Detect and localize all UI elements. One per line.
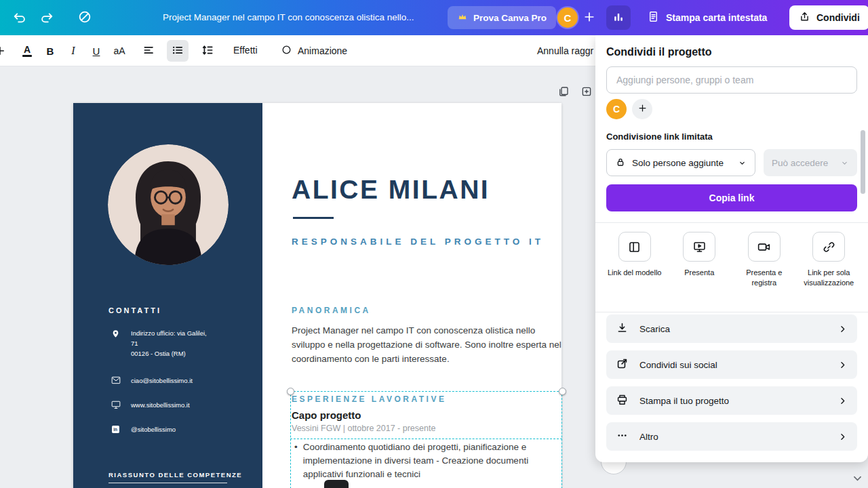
font-color-button[interactable]: A: [16, 40, 38, 62]
avatar-letter: C: [564, 12, 572, 24]
overview-heading[interactable]: PANORAMICA: [292, 306, 371, 315]
present-icon: [683, 232, 715, 262]
link-sharing-label: Condivisione link limitata: [606, 131, 713, 142]
design-title[interactable]: Project Manager nel campo IT con conosce…: [163, 12, 414, 22]
share-avatar-letter: C: [613, 104, 620, 115]
animation-button[interactable]: Animazione: [281, 40, 347, 62]
insights-button[interactable]: [606, 5, 631, 30]
user-avatar[interactable]: C: [557, 7, 578, 28]
add-page-button[interactable]: [579, 85, 594, 100]
link-access-value: Solo persone aggiunte: [632, 158, 724, 168]
link-permission-value: Può accedere: [772, 158, 828, 168]
resume-role[interactable]: RESPONSABILE DEL PROGETTO IT: [292, 237, 544, 247]
add-people-button[interactable]: [580, 9, 598, 26]
share-panel: Condividi il progetto C Condivisione lin…: [595, 35, 868, 462]
chevron-right-icon: [837, 324, 848, 334]
template-link-icon: [618, 232, 651, 262]
contact-address[interactable]: Indirizzo ufficio: via Galilei, 71 00126…: [111, 328, 207, 359]
quick-actions-row: Link del modello Presenta Presenta e reg…: [602, 232, 861, 287]
page-indicator-partial[interactable]: [324, 480, 349, 488]
duplicate-page-button[interactable]: [556, 85, 571, 100]
panel-scrollbar-thumb[interactable]: [861, 130, 865, 194]
job-bullet[interactable]: • Coordinamento quotidiano dei progetti,…: [294, 441, 556, 481]
panel-divider: [595, 222, 868, 223]
top-bar: Project Manager nel campo IT con conosce…: [0, 0, 868, 35]
letterhead-icon: [647, 10, 660, 25]
undo-button[interactable]: [9, 7, 30, 28]
resume-name[interactable]: ALICE MILANI: [292, 175, 490, 205]
email-icon: [111, 375, 121, 387]
clipped-icon: [0, 45, 6, 60]
download-icon: [616, 321, 629, 336]
contact-address-text: Indirizzo ufficio: via Galilei, 71 00126…: [131, 328, 207, 359]
job-bullet-text: Coordinamento quotidiano dei progetti, p…: [303, 441, 556, 481]
ungroup-button[interactable]: Annulla raggr: [537, 45, 593, 56]
contacts-heading[interactable]: CONTATTI: [108, 306, 161, 314]
alignment-button[interactable]: [138, 40, 160, 62]
print-icon: [616, 393, 629, 408]
italic-button[interactable]: I: [62, 40, 84, 62]
share-people-input[interactable]: [606, 66, 857, 94]
bullet-marker: •: [294, 441, 298, 481]
chevron-down-icon: [738, 159, 747, 167]
chevron-right-icon: [837, 360, 848, 370]
animation-icon: [281, 44, 292, 58]
linkedin-icon: in: [111, 424, 121, 436]
more-row[interactable]: Altro: [606, 422, 857, 451]
contact-email[interactable]: ciao@sitobellissimo.it: [111, 375, 193, 387]
sync-status-button[interactable]: [75, 7, 95, 28]
link-access-dropdown[interactable]: Solo persone aggiunte: [606, 149, 755, 176]
share-social-row[interactable]: Condividi sui social: [606, 350, 857, 379]
selection-handle-top-right[interactable]: [559, 388, 566, 395]
contact-linkedin[interactable]: in @sitobellissimo: [111, 424, 176, 436]
contact-website[interactable]: www.sitobellissimo.it: [111, 400, 190, 412]
profile-photo[interactable]: [108, 144, 229, 265]
copy-link-button[interactable]: Copia link: [606, 184, 857, 211]
canva-editor: Project Manager nel campo IT con conosce…: [0, 0, 868, 488]
contact-email-text: ciao@sitobellissimo.it: [131, 375, 193, 387]
job-title[interactable]: Capo progetto: [292, 409, 361, 421]
quick-action-template-link[interactable]: Link del modello: [602, 232, 667, 287]
try-pro-button[interactable]: Prova Canva Pro: [448, 6, 556, 29]
share-button[interactable]: Condividi: [789, 5, 868, 30]
undo-icon: [12, 9, 27, 26]
bold-button[interactable]: B: [39, 40, 61, 62]
canvas-scroll-down-arrow[interactable]: [852, 473, 863, 484]
quick-action-view-only-link[interactable]: Link per sola visualizzazione: [797, 232, 862, 287]
try-pro-label: Prova Canva Pro: [473, 13, 547, 23]
download-row[interactable]: Scarica: [606, 314, 857, 343]
skills-heading[interactable]: RIASSUNTO DELLE COMPETENZE: [108, 471, 242, 479]
resume-page[interactable]: CONTATTI Indirizzo ufficio: via Galilei,…: [73, 103, 561, 488]
chevron-right-icon: [837, 396, 848, 406]
bulleted-list-icon: [171, 43, 184, 59]
overview-paragraph[interactable]: Project Manager nel campo IT con conosce…: [292, 323, 563, 366]
website-icon: [111, 400, 121, 412]
print-project-row[interactable]: Stampa il tuo progetto: [606, 386, 857, 415]
more-dots-icon: [616, 429, 629, 444]
share-avatar[interactable]: C: [606, 99, 627, 119]
list-button-active[interactable]: [167, 40, 189, 62]
redo-icon: [39, 9, 54, 26]
job-meta[interactable]: Vessini FGW | ottobre 2017 - presente: [292, 424, 435, 433]
redo-button[interactable]: [37, 7, 57, 28]
svg-text:in: in: [113, 427, 117, 432]
print-letterhead-button[interactable]: Stampa carta intestata: [640, 5, 774, 30]
font-color-swatch: [22, 55, 32, 57]
chevron-down-icon: [840, 159, 849, 167]
align-left-icon: [142, 43, 156, 59]
link-permission-dropdown-disabled[interactable]: Può accedere: [764, 149, 857, 176]
insights-icon: [612, 10, 625, 26]
underline-button[interactable]: U: [85, 40, 107, 62]
selection-handle-top-left[interactable]: [287, 388, 294, 395]
resume-sidebar: CONTATTI Indirizzo ufficio: via Galilei,…: [73, 103, 262, 488]
line-spacing-button[interactable]: [197, 40, 218, 62]
effects-button[interactable]: Effetti: [233, 45, 258, 56]
quick-action-present[interactable]: Presenta: [667, 232, 732, 287]
social-share-icon: [616, 357, 629, 372]
share-add-person-button[interactable]: [632, 99, 652, 119]
quick-action-present-record[interactable]: Presenta e registra: [732, 232, 797, 287]
experience-heading[interactable]: ESPERIENZE LAVORATIVE: [292, 394, 446, 404]
line-spacing-icon: [201, 43, 214, 59]
text-case-button[interactable]: aA: [107, 40, 132, 62]
print-letterhead-label: Stampa carta intestata: [666, 12, 767, 23]
